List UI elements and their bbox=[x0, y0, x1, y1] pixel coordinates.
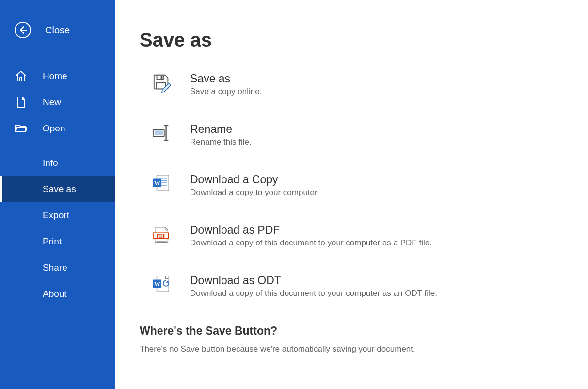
backstage-main: Save as Save as Save a copy online. Rena… bbox=[115, 0, 588, 389]
option-title: Rename bbox=[190, 123, 564, 136]
footer-title: Where's the Save Button? bbox=[140, 324, 564, 338]
sidebar-item-export[interactable]: Export bbox=[0, 202, 115, 228]
pdf-icon bbox=[151, 224, 173, 245]
option-rename[interactable]: Rename Rename this file. bbox=[140, 123, 564, 147]
home-icon bbox=[15, 70, 27, 82]
option-desc: Save a copy online. bbox=[190, 87, 564, 97]
option-download-odt[interactable]: Download as ODT Download a copy of this … bbox=[140, 274, 564, 298]
sidebar-item-home[interactable]: Home bbox=[0, 63, 115, 89]
sidebar-item-open[interactable]: Open bbox=[0, 115, 115, 142]
sidebar-item-info[interactable]: Info bbox=[0, 150, 115, 176]
footer-text: There's no Save button because we're aut… bbox=[140, 344, 564, 354]
option-desc: Download a copy of this document to your… bbox=[190, 238, 564, 248]
backstage-sidebar: Close Home New Open Info Save as Export … bbox=[0, 0, 115, 389]
sidebar-separator bbox=[8, 146, 108, 146]
option-title: Download a Copy bbox=[190, 173, 564, 186]
sidebar-item-label: Share bbox=[43, 262, 67, 273]
option-title: Download as ODT bbox=[190, 274, 564, 287]
sidebar-item-about[interactable]: About bbox=[0, 281, 115, 307]
option-desc: Rename this file. bbox=[190, 137, 564, 147]
sidebar-item-print[interactable]: Print bbox=[0, 228, 115, 255]
sidebar-item-label: Info bbox=[43, 158, 58, 168]
close-button[interactable]: Close bbox=[0, 18, 115, 42]
sidebar-item-label: About bbox=[43, 289, 67, 299]
sidebar-item-label: Export bbox=[43, 210, 69, 221]
sidebar-item-label: Save as bbox=[43, 184, 76, 194]
word-convert-icon bbox=[151, 274, 173, 295]
document-icon bbox=[15, 96, 27, 109]
word-doc-icon bbox=[151, 173, 173, 194]
sidebar-item-label: Open bbox=[43, 123, 65, 134]
option-download-copy[interactable]: Download a Copy Download a copy to your … bbox=[140, 173, 564, 197]
sidebar-item-share[interactable]: Share bbox=[0, 255, 115, 281]
sidebar-item-new[interactable]: New bbox=[0, 89, 115, 115]
back-arrow-icon bbox=[15, 22, 31, 38]
sidebar-item-save-as[interactable]: Save as bbox=[0, 176, 115, 202]
option-title: Save as bbox=[190, 72, 564, 85]
option-download-pdf[interactable]: Download as PDF Download a copy of this … bbox=[140, 224, 564, 248]
folder-open-icon bbox=[15, 122, 27, 135]
footer-info: Where's the Save Button? There's no Save… bbox=[140, 324, 564, 354]
disk-pencil-icon bbox=[151, 72, 173, 94]
option-title: Download as PDF bbox=[190, 224, 564, 237]
sidebar-item-label: New bbox=[43, 97, 61, 108]
rename-icon bbox=[151, 123, 173, 144]
sidebar-item-label: Home bbox=[43, 71, 67, 81]
option-save-as[interactable]: Save as Save a copy online. bbox=[140, 72, 564, 97]
close-label: Close bbox=[45, 25, 70, 36]
option-desc: Download a copy to your computer. bbox=[190, 188, 564, 197]
option-desc: Download a copy of this document to your… bbox=[190, 289, 564, 298]
page-title: Save as bbox=[140, 29, 564, 51]
sidebar-item-label: Print bbox=[43, 236, 62, 247]
